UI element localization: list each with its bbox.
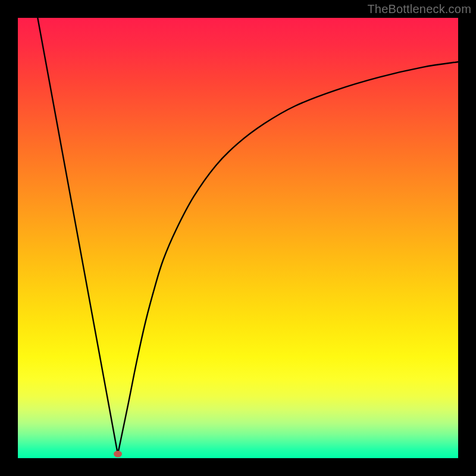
minimum-marker-icon xyxy=(114,451,122,458)
curve-layer xyxy=(18,18,458,458)
plot-area xyxy=(18,18,458,458)
watermark-label: TheBottleneck.com xyxy=(367,2,471,16)
chart-frame: TheBottleneck.com xyxy=(0,0,476,476)
curve-path xyxy=(37,18,458,454)
